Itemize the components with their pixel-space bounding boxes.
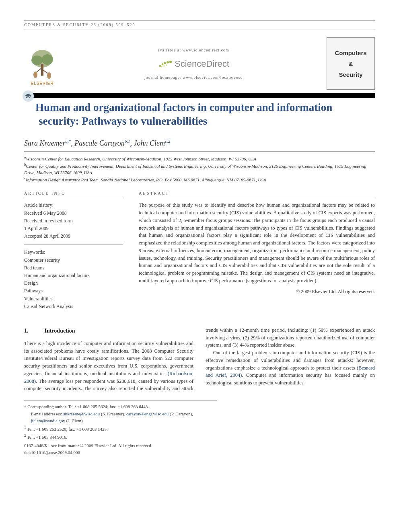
keyword: Computer security — [24, 257, 123, 264]
masthead: ELSEVIER available at www.sciencedirect.… — [24, 37, 375, 90]
elsevier-tree-icon — [28, 47, 56, 80]
keyword: Vulnerabilities — [24, 295, 123, 303]
history-received: Received 6 May 2008 — [24, 210, 123, 217]
author-3: John Clem — [134, 139, 165, 147]
sd-dots-icon — [158, 59, 172, 68]
running-head: COMPUTERS & SECURITY 28 (2009) 509–520 — [24, 20, 375, 29]
affiliations: aWisconsin Center for Education Research… — [24, 155, 375, 183]
svg-point-4 — [33, 72, 37, 78]
history-title: Article history: — [24, 201, 123, 209]
keywords-title: Keywords: — [24, 249, 123, 256]
section-title: Introduction — [45, 328, 75, 334]
keyword: Human and organizational factors — [24, 272, 123, 279]
info-abstract-row: ARTICLE INFO Article history: Received 6… — [24, 190, 375, 310]
elsevier-name: ELSEVIER — [31, 80, 54, 86]
author-1-affil[interactable]: a, — [66, 139, 69, 144]
footnote-tel-1: 1 Tel.: +1 608 263 2520; fax: +1 608 263… — [24, 425, 217, 433]
svg-point-13 — [166, 64, 167, 66]
elsevier-logo: ELSEVIER — [24, 37, 60, 90]
article-info: ARTICLE INFO Article history: Received 6… — [24, 190, 123, 310]
keyword: Design — [24, 279, 123, 287]
history-revised1: Received in revised form — [24, 217, 123, 225]
article-info-label: ARTICLE INFO — [24, 190, 123, 198]
svg-point-6 — [159, 65, 161, 67]
author-3-affil[interactable]: c,2 — [165, 139, 170, 144]
issn-line: 0167-4048/$ – see front matter © 2009 El… — [24, 442, 375, 449]
sd-name: ScienceDirect — [175, 57, 229, 70]
abstract-text: The purpose of this study was to identif… — [139, 201, 375, 284]
journal-cover: Computers & Security — [327, 37, 375, 90]
svg-point-8 — [164, 62, 166, 64]
authors: Sara Kraemera,*, Pascale Carayonb,1, Joh… — [24, 138, 375, 152]
article-title: Human and organizational factors in comp… — [39, 101, 375, 128]
author-1-mark[interactable]: * — [69, 139, 71, 144]
keyword: Pathways — [24, 287, 123, 295]
section-heading: 1.Introduction — [24, 327, 193, 335]
section-number: 1. — [24, 328, 29, 334]
abstract: ABSTRACT The purpose of this study was t… — [139, 190, 375, 310]
available-at: available at www.sciencedirect.com — [158, 47, 229, 53]
journal-homepage: journal homepage: www.elsevier.com/locat… — [144, 74, 243, 80]
email-link[interactable]: sbkraeme@wisc.edu — [63, 411, 100, 416]
svg-point-1 — [31, 55, 43, 65]
history-accepted: Accepted 28 April 2009 — [24, 232, 123, 240]
body-columns: 1.Introduction There is a high incidence… — [24, 327, 375, 392]
svg-point-11 — [161, 66, 162, 68]
email-link[interactable]: carayon@engr.wisc.edu — [126, 411, 169, 416]
abstract-copyright: © 2009 Elsevier Ltd. All rights reserved… — [139, 288, 375, 295]
svg-point-9 — [167, 61, 169, 64]
title-bar — [24, 93, 375, 98]
svg-point-2 — [42, 54, 53, 65]
svg-point-5 — [47, 72, 51, 79]
author-2: Pascale Carayon — [74, 139, 124, 147]
svg-point-12 — [163, 65, 165, 67]
corresponding-author: * Corresponding author. Tel.: +1 608 265… — [24, 403, 217, 411]
footnotes: * Corresponding author. Tel.: +1 608 265… — [24, 401, 217, 441]
graduation-cap-icon — [23, 90, 34, 102]
abstract-label: ABSTRACT — [139, 190, 375, 198]
affil-c: Information Design Assurance Red Team, S… — [26, 177, 266, 182]
keywords: Keywords: Computer security Red teams Hu… — [24, 249, 123, 310]
journal-title-line2: & — [349, 58, 353, 69]
author-1: Sara Kraemer — [24, 139, 66, 147]
sciencedirect-logo: ScienceDirect — [158, 57, 229, 70]
body-paragraph-2: One of the largest problems in computer … — [206, 349, 375, 387]
doi-line: doi:10.1016/j.cose.2009.04.006 — [24, 449, 375, 456]
masthead-center: available at www.sciencedirect.com Scien… — [60, 37, 327, 90]
author-2-affil[interactable]: b,1 — [125, 139, 130, 144]
keyword: Causal Network Analysis — [24, 303, 123, 310]
svg-point-10 — [169, 61, 172, 63]
journal-title-line3: Security — [339, 69, 362, 80]
footnote-tel-2: 2 Tel.: +1 505 844 9016. — [24, 433, 217, 441]
copyright-footer: 0167-4048/$ – see front matter © 2009 El… — [24, 442, 375, 456]
keyword: Red teams — [24, 264, 123, 272]
email-addresses: E-mail addresses: sbkraeme@wisc.edu (S. … — [31, 411, 217, 425]
history-revised2: 1 April 2009 — [24, 225, 123, 232]
affil-b: Center for Quality and Productivity Impr… — [24, 163, 366, 175]
svg-point-7 — [162, 64, 164, 66]
journal-title-line1: Computers — [335, 47, 366, 58]
affil-a: Wisconsin Center for Education Research,… — [26, 156, 257, 161]
article-history: Article history: Received 6 May 2008 Rec… — [24, 201, 123, 244]
email-link[interactable]: jfclem@sandia.gov — [31, 418, 66, 423]
